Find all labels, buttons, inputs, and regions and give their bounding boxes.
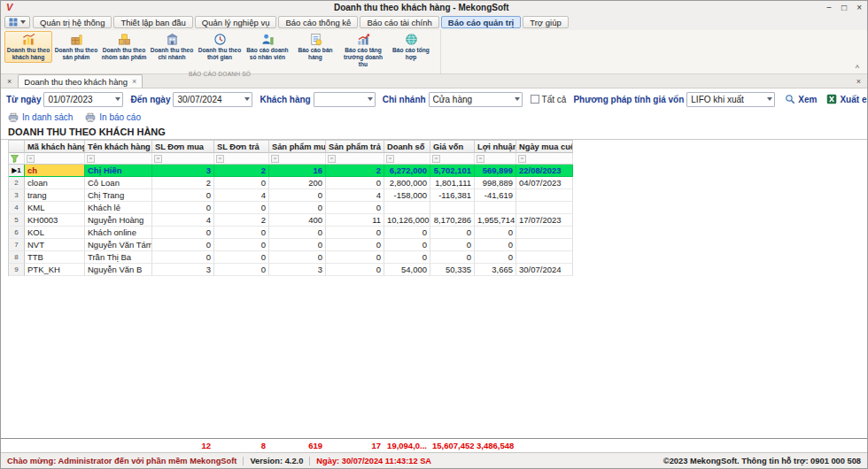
cell-customer-name[interactable]: Trần Thị Ba xyxy=(85,251,152,264)
menu-tab-4[interactable]: Báo cáo tài chính xyxy=(360,16,438,28)
cell-value[interactable]: 0 xyxy=(475,239,516,251)
filter-cell[interactable]: = xyxy=(152,153,214,165)
cell-customer-code[interactable]: ch xyxy=(25,165,85,177)
filter-operator-icon[interactable]: = xyxy=(216,155,224,163)
cell-value[interactable]: 0 xyxy=(152,239,214,251)
table-row[interactable]: 9PTK_KHNguyễn Văn B303054,00050,3353,665… xyxy=(8,264,573,276)
close-icon[interactable]: × xyxy=(856,3,862,13)
cell-value[interactable]: 0 xyxy=(269,189,326,202)
cell-value[interactable]: 0 xyxy=(384,227,430,239)
filter-operator-icon[interactable]: = xyxy=(328,155,336,163)
cell-value[interactable]: 0 xyxy=(430,227,475,239)
cell-value[interactable]: -41,619 xyxy=(475,189,516,202)
filter-cell[interactable]: = xyxy=(475,153,516,165)
cell-value[interactable] xyxy=(430,202,475,214)
cell-value[interactable]: -158,000 xyxy=(384,189,430,202)
cell-value[interactable]: 3 xyxy=(152,165,214,177)
cell-value[interactable]: 1,955,714 xyxy=(475,214,516,227)
ribbon-button-7[interactable]: Báo cáo tăng trưởng doanh thu xyxy=(339,31,387,69)
maximize-icon[interactable]: □ xyxy=(841,3,847,13)
column-header[interactable]: SL Đơn trả xyxy=(214,140,269,153)
cell-value[interactable]: 2 xyxy=(214,165,269,177)
print-report-button[interactable]: In báo cáo xyxy=(85,112,141,123)
ribbon-button-0[interactable]: Doanh thu theo khách hàng xyxy=(4,31,52,63)
cell-value[interactable]: 0 xyxy=(152,251,214,264)
table-row[interactable]: 2cloanCô Loan2020002,800,0001,801,111998… xyxy=(8,177,573,189)
ribbon-collapse-icon[interactable]: ^ xyxy=(853,64,862,73)
print-list-button[interactable]: In danh sách xyxy=(8,112,73,123)
filter-operator-icon[interactable]: = xyxy=(271,155,279,163)
cell-last-purchase-date[interactable] xyxy=(516,227,573,239)
cell-value[interactable]: 2 xyxy=(152,177,214,189)
cell-value[interactable]: 3 xyxy=(269,264,326,276)
cell-value[interactable]: 0 xyxy=(214,227,269,239)
filter-operator-icon[interactable]: = xyxy=(477,155,484,163)
cell-value[interactable]: 0 xyxy=(326,227,384,239)
cell-value[interactable] xyxy=(384,202,430,214)
cell-last-purchase-date[interactable] xyxy=(516,251,573,264)
ribbon-button-1[interactable]: Doanh thu theo sản phẩm xyxy=(52,31,100,63)
cell-customer-name[interactable]: Cô Loan xyxy=(85,177,152,189)
cell-value[interactable]: 0 xyxy=(152,189,214,202)
cell-value[interactable]: 0 xyxy=(326,202,384,214)
cell-value[interactable]: 0 xyxy=(269,202,326,214)
cell-last-purchase-date[interactable]: 22/08/2023 xyxy=(516,165,573,177)
filter-cell[interactable]: = xyxy=(430,153,475,165)
table-row[interactable]: 5KH0003Nguyễn Hoàng424001110,126,0008,17… xyxy=(8,214,573,227)
costing-method-select[interactable]: LIFO khi xuất xyxy=(686,92,775,107)
table-row[interactable]: 8TTBTrần Thị Ba0000000 xyxy=(8,251,573,264)
cell-value[interactable]: 200 xyxy=(269,177,326,189)
cell-value[interactable]: 3,665 xyxy=(475,264,516,276)
column-header[interactable]: Tên khách hàng xyxy=(85,140,152,153)
ribbon-button-4[interactable]: Doanh thu theo thời gian xyxy=(196,31,244,63)
cell-customer-code[interactable]: TTB xyxy=(25,251,85,264)
cell-value[interactable]: 0 xyxy=(214,202,269,214)
menu-tab-6[interactable]: Trợ giúp xyxy=(523,16,568,28)
filter-cell[interactable]: = xyxy=(85,153,152,165)
menu-tab-0[interactable]: Quản trị hệ thống xyxy=(33,16,112,28)
ribbon-button-2[interactable]: Doanh thu theo nhóm sản phẩm xyxy=(100,31,148,63)
filter-cell[interactable]: = xyxy=(326,153,384,165)
filter-operator-icon[interactable]: = xyxy=(154,155,162,163)
cell-customer-name[interactable]: Khách online xyxy=(85,227,152,239)
cell-value[interactable]: 6,272,000 xyxy=(384,165,430,177)
from-date-input[interactable]: 01/07/2023 xyxy=(43,92,123,107)
cell-value[interactable]: -116,381 xyxy=(430,189,475,202)
cell-value[interactable]: 0 xyxy=(152,202,214,214)
cell-value[interactable]: 0 xyxy=(475,227,516,239)
filter-operator-icon[interactable]: = xyxy=(87,155,95,163)
ribbon-button-3[interactable]: Doanh thu theo chi nhánh xyxy=(148,31,196,63)
cell-customer-code[interactable]: cloan xyxy=(25,177,85,189)
cell-customer-code[interactable]: NVT xyxy=(25,239,85,251)
column-header[interactable]: Giá vốn xyxy=(430,140,475,153)
cell-customer-name[interactable]: Nguyễn Văn B xyxy=(85,264,152,276)
column-header[interactable]: Sản phẩm mua xyxy=(269,140,326,153)
cell-value[interactable]: 1,801,111 xyxy=(430,177,475,189)
cell-value[interactable]: 0 xyxy=(384,251,430,264)
cell-last-purchase-date[interactable] xyxy=(516,189,573,202)
cell-value[interactable]: 5,702,101 xyxy=(430,165,475,177)
all-checkbox[interactable]: Tất cả xyxy=(531,95,567,104)
cell-value[interactable]: 0 xyxy=(214,177,269,189)
column-header[interactable]: Ngày mua cuối xyxy=(516,140,573,153)
cell-value[interactable]: 2,800,000 xyxy=(384,177,430,189)
cell-customer-code[interactable]: KML xyxy=(25,202,85,214)
filter-operator-icon[interactable]: = xyxy=(518,155,526,163)
cell-value[interactable]: 0 xyxy=(326,177,384,189)
cell-last-purchase-date[interactable]: 04/07/2023 xyxy=(516,177,573,189)
cell-value[interactable]: 0 xyxy=(475,251,516,264)
cell-value[interactable]: 3 xyxy=(152,264,214,276)
cell-value[interactable]: 400 xyxy=(269,214,326,227)
cell-value[interactable]: 0 xyxy=(214,264,269,276)
cell-last-purchase-date[interactable]: 30/07/2024 xyxy=(516,264,573,276)
tab-close-icon[interactable]: × xyxy=(132,77,136,86)
cell-customer-code[interactable]: KH0003 xyxy=(25,214,85,227)
filter-operator-icon[interactable]: = xyxy=(27,155,35,163)
app-menu-button[interactable] xyxy=(4,16,30,28)
filter-cell[interactable]: = xyxy=(384,153,430,165)
cell-value[interactable]: 0 xyxy=(214,239,269,251)
cell-value[interactable]: 11 xyxy=(326,214,384,227)
cell-last-purchase-date[interactable] xyxy=(516,239,573,251)
cell-customer-name[interactable]: Chị Trang xyxy=(85,189,152,202)
filter-operator-icon[interactable]: = xyxy=(386,155,394,163)
